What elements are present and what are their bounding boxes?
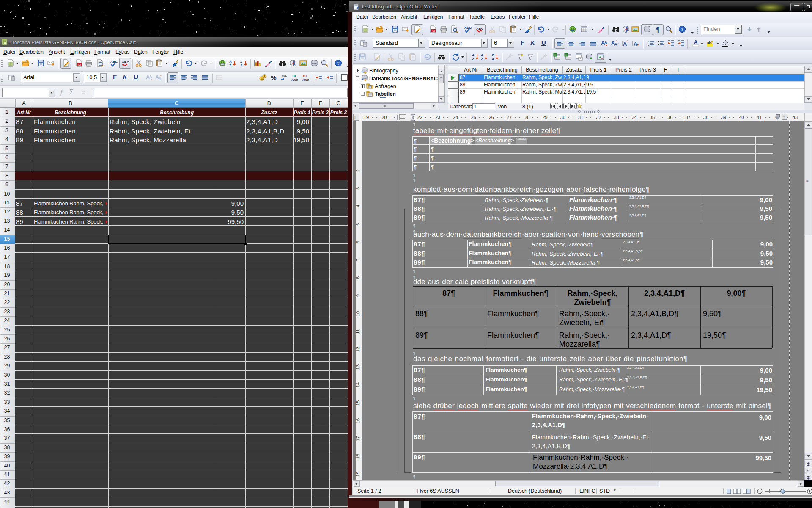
svg-text:A: A: [634, 41, 638, 47]
svg-text:PDF: PDF: [431, 30, 436, 32]
svg-text:A: A: [240, 64, 243, 67]
svg-text:A: A: [623, 41, 627, 47]
svg-text:,000: ,000: [291, 78, 298, 82]
svg-text:A: A: [604, 40, 607, 44]
svg-text:A: A: [159, 77, 162, 81]
svg-text:PDF: PDF: [77, 64, 82, 66]
svg-text:Z: Z: [229, 64, 231, 67]
svg-text:ab: ab: [707, 41, 711, 44]
svg-text:?: ?: [337, 61, 340, 66]
svg-text:A: A: [481, 53, 483, 57]
svg-text:1: 1: [648, 40, 650, 43]
svg-text:ABC: ABC: [110, 60, 118, 64]
svg-text:A: A: [694, 39, 698, 45]
svg-text:,000: ,000: [302, 78, 309, 82]
svg-text:$: $: [264, 75, 266, 78]
svg-text:A: A: [492, 57, 494, 61]
svg-text:Z: Z: [472, 57, 474, 61]
svg-text:¶: ¶: [656, 26, 660, 33]
svg-text:%: %: [271, 74, 276, 81]
svg-text:ABC: ABC: [476, 27, 483, 30]
svg-text:A: A: [149, 75, 152, 79]
svg-text:A: A: [472, 53, 475, 57]
svg-text:2: 2: [648, 44, 650, 46]
svg-text:ABC: ABC: [464, 26, 472, 30]
svg-text:ABC: ABC: [122, 61, 129, 64]
svg-text:?: ?: [681, 27, 683, 32]
svg-text:Z: Z: [240, 60, 242, 64]
svg-text:Z: Z: [492, 53, 494, 57]
svg-text:$%: $%: [282, 74, 287, 78]
svg-text:A: A: [229, 60, 232, 64]
svg-text:A: A: [614, 42, 617, 47]
svg-text:Z: Z: [481, 57, 483, 61]
